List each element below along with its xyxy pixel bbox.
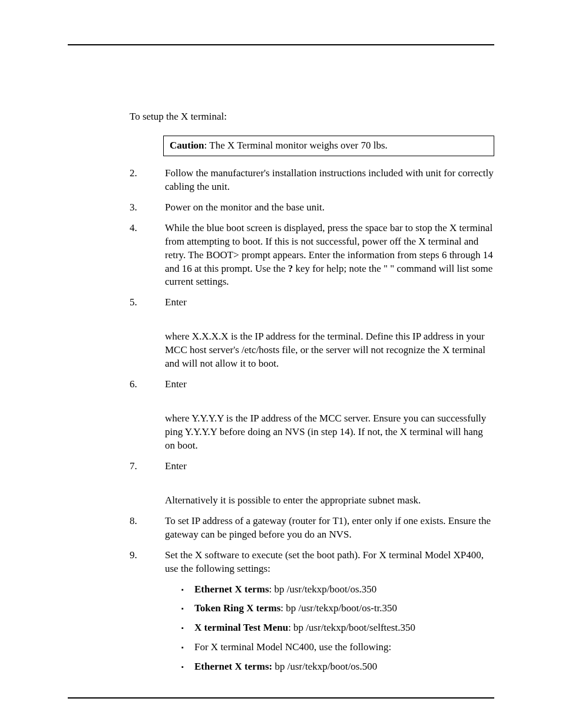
caution-label: Caution: [170, 140, 204, 151]
step-8: To set IP address of a gateway (router f…: [130, 515, 494, 542]
step-9-text: Set the X software to execute (set the b…: [165, 549, 484, 574]
step-4: While the blue boot screen is displayed,…: [130, 222, 494, 289]
step-3: Power on the monitor and the base unit.: [130, 201, 494, 215]
step-2-text: Follow the manufacturer's installation i…: [165, 167, 494, 192]
step-8-text: To set IP address of a gateway (router f…: [165, 515, 491, 540]
step-6: Enter where Y.Y.Y.Y is the IP address of…: [130, 378, 494, 453]
step-7-sub: Alternatively it is possible to enter th…: [165, 494, 494, 508]
caution-box: Caution: The X Terminal monitor weighs o…: [163, 136, 494, 156]
bullet-text: : bp /usr/tekxp/boot/selftest.350: [288, 622, 415, 633]
bullet-text: For X terminal Model NC400, use the foll…: [194, 641, 391, 653]
header-rule: [68, 44, 494, 45]
step-5-text: Enter: [165, 297, 187, 308]
bullet-text: : bp /usr/tekxp/boot/os-tr.350: [280, 602, 397, 614]
step-9: Set the X software to execute (set the b…: [130, 549, 494, 674]
footer-rule: [68, 697, 494, 699]
step-5: Enter where X.X.X.X is the IP address fo…: [130, 296, 494, 371]
step-7: Enter Alternatively it is possible to en…: [130, 460, 494, 508]
steps-list: Follow the manufacturer's installation i…: [130, 167, 494, 674]
bullet-label: Ethernet X terms: [194, 584, 269, 595]
step-2: Follow the manufacturer's installation i…: [130, 167, 494, 194]
caution-text: : The X Terminal monitor weighs over 70 …: [204, 140, 388, 151]
bullet-label: Token Ring X terms: [194, 602, 280, 614]
intro-text: To setup the X terminal:: [130, 110, 494, 124]
bullet-label: Ethernet X terms:: [194, 661, 272, 672]
bullet-label: X terminal Test Menu: [194, 622, 288, 633]
bullet-text: bp /usr/tekxp/boot/os.500: [272, 661, 377, 672]
list-item: Ethernet X terms: bp /usr/tekxp/boot/os.…: [181, 660, 494, 674]
step-6-sub: where Y.Y.Y.Y is the IP address of the M…: [165, 412, 494, 453]
bullet-text: : bp /usr/tekxp/boot/os.350: [269, 584, 377, 595]
step-6-text: Enter: [165, 378, 187, 390]
list-item: For X terminal Model NC400, use the foll…: [181, 641, 494, 654]
step-7-text: Enter: [165, 460, 187, 472]
list-item: Ethernet X terms: bp /usr/tekxp/boot/os.…: [181, 583, 494, 597]
step-5-sub: where X.X.X.X is the IP address for the …: [165, 330, 494, 371]
step-3-text: Power on the monitor and the base unit.: [165, 202, 325, 213]
step-4-key: ?: [288, 263, 293, 274]
step-9-bullets: Ethernet X terms: bp /usr/tekxp/boot/os.…: [165, 583, 494, 674]
list-item: Token Ring X terms: bp /usr/tekxp/boot/o…: [181, 602, 494, 615]
list-item: X terminal Test Menu: bp /usr/tekxp/boot…: [181, 621, 494, 635]
